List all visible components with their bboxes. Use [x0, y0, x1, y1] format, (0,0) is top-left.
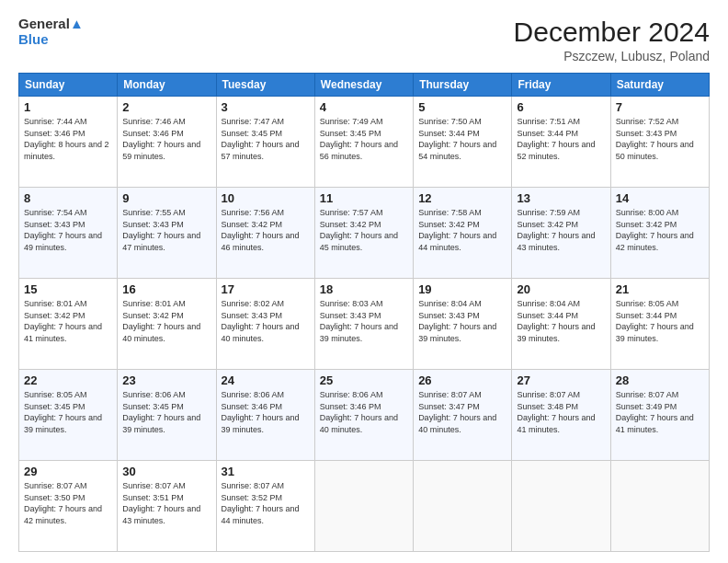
day-info: Sunrise: 7:57 AMSunset: 3:42 PMDaylight:… — [320, 208, 398, 252]
day-number: 10 — [222, 191, 310, 205]
day-info: Sunrise: 7:47 AMSunset: 3:45 PMDaylight:… — [222, 117, 300, 161]
day-info: Sunrise: 7:55 AMSunset: 3:43 PMDaylight:… — [122, 208, 200, 252]
calendar-cell: 31Sunrise: 8:07 AMSunset: 3:52 PMDayligh… — [216, 461, 314, 552]
day-number: 17 — [222, 282, 310, 296]
header: General▲ Blue December 2024 Pszczew, Lub… — [18, 17, 710, 63]
calendar-header: Sunday Monday Tuesday Wednesday Thursday… — [19, 74, 710, 97]
day-info: Sunrise: 8:07 AMSunset: 3:51 PMDaylight:… — [122, 481, 200, 525]
calendar-cell — [610, 461, 709, 552]
header-wednesday: Wednesday — [314, 74, 413, 97]
logo-blue: Blue — [18, 32, 49, 48]
calendar-cell: 13Sunrise: 7:59 AMSunset: 3:42 PMDayligh… — [512, 188, 610, 279]
calendar-cell — [314, 461, 413, 552]
day-info: Sunrise: 8:01 AMSunset: 3:42 PMDaylight:… — [122, 299, 200, 343]
calendar-cell: 12Sunrise: 7:58 AMSunset: 3:42 PMDayligh… — [414, 188, 512, 279]
day-info: Sunrise: 7:50 AMSunset: 3:44 PMDaylight:… — [418, 117, 496, 161]
subtitle: Pszczew, Lubusz, Poland — [514, 49, 710, 63]
day-info: Sunrise: 8:05 AMSunset: 3:44 PMDaylight:… — [616, 299, 694, 343]
day-number: 26 — [418, 373, 506, 387]
header-tuesday: Tuesday — [216, 74, 314, 97]
day-number: 16 — [122, 282, 210, 296]
calendar-week-3: 15Sunrise: 8:01 AMSunset: 3:42 PMDayligh… — [19, 279, 710, 370]
day-info: Sunrise: 7:46 AMSunset: 3:46 PMDaylight:… — [122, 117, 200, 161]
day-number: 30 — [122, 465, 210, 478]
day-info: Sunrise: 8:06 AMSunset: 3:46 PMDaylight:… — [320, 390, 398, 434]
calendar-cell: 7Sunrise: 7:52 AMSunset: 3:43 PMDaylight… — [610, 97, 709, 188]
calendar-cell: 24Sunrise: 8:06 AMSunset: 3:46 PMDayligh… — [216, 370, 314, 461]
calendar-week-2: 8Sunrise: 7:54 AMSunset: 3:43 PMDaylight… — [19, 188, 710, 279]
day-number: 29 — [24, 465, 112, 478]
title-block: December 2024 Pszczew, Lubusz, Poland — [514, 17, 710, 63]
day-info: Sunrise: 8:02 AMSunset: 3:43 PMDaylight:… — [222, 299, 300, 343]
day-number: 24 — [222, 373, 310, 387]
day-info: Sunrise: 7:56 AMSunset: 3:42 PMDaylight:… — [222, 208, 300, 252]
day-number: 19 — [418, 282, 506, 296]
calendar-table: Sunday Monday Tuesday Wednesday Thursday… — [18, 73, 710, 552]
day-number: 22 — [24, 373, 112, 387]
day-number: 5 — [418, 100, 506, 114]
day-info: Sunrise: 7:44 AMSunset: 3:46 PMDaylight:… — [24, 117, 109, 161]
day-number: 1 — [24, 100, 112, 114]
day-number: 31 — [222, 465, 310, 478]
day-info: Sunrise: 8:07 AMSunset: 3:50 PMDaylight:… — [24, 481, 102, 525]
day-number: 20 — [517, 282, 605, 296]
day-number: 11 — [320, 191, 408, 205]
day-number: 2 — [122, 100, 210, 114]
calendar-cell: 22Sunrise: 8:05 AMSunset: 3:45 PMDayligh… — [19, 370, 118, 461]
calendar-cell: 14Sunrise: 8:00 AMSunset: 3:42 PMDayligh… — [610, 188, 709, 279]
day-number: 4 — [320, 100, 408, 114]
day-number: 13 — [517, 191, 605, 205]
header-monday: Monday — [118, 74, 216, 97]
day-info: Sunrise: 8:07 AMSunset: 3:49 PMDaylight:… — [616, 390, 694, 434]
calendar-cell: 21Sunrise: 8:05 AMSunset: 3:44 PMDayligh… — [610, 279, 709, 370]
day-number: 3 — [222, 100, 310, 114]
day-number: 21 — [616, 282, 704, 296]
header-row: Sunday Monday Tuesday Wednesday Thursday… — [19, 74, 710, 97]
calendar-cell: 23Sunrise: 8:06 AMSunset: 3:45 PMDayligh… — [118, 370, 216, 461]
day-info: Sunrise: 8:00 AMSunset: 3:42 PMDaylight:… — [616, 208, 694, 252]
day-info: Sunrise: 7:51 AMSunset: 3:44 PMDaylight:… — [517, 117, 595, 161]
calendar-week-5: 29Sunrise: 8:07 AMSunset: 3:50 PMDayligh… — [19, 461, 710, 552]
calendar-cell: 26Sunrise: 8:07 AMSunset: 3:47 PMDayligh… — [414, 370, 512, 461]
logo: General▲ Blue — [18, 17, 84, 47]
calendar-cell: 27Sunrise: 8:07 AMSunset: 3:48 PMDayligh… — [512, 370, 610, 461]
day-info: Sunrise: 7:52 AMSunset: 3:43 PMDaylight:… — [616, 117, 694, 161]
header-sunday: Sunday — [19, 74, 118, 97]
day-number: 12 — [418, 191, 506, 205]
calendar-cell — [414, 461, 512, 552]
day-info: Sunrise: 7:58 AMSunset: 3:42 PMDaylight:… — [418, 208, 496, 252]
calendar-cell: 15Sunrise: 8:01 AMSunset: 3:42 PMDayligh… — [19, 279, 118, 370]
day-info: Sunrise: 8:06 AMSunset: 3:45 PMDaylight:… — [122, 390, 200, 434]
calendar-cell: 8Sunrise: 7:54 AMSunset: 3:43 PMDaylight… — [19, 188, 118, 279]
day-number: 18 — [320, 282, 408, 296]
day-info: Sunrise: 8:07 AMSunset: 3:52 PMDaylight:… — [222, 481, 300, 525]
calendar-cell: 1Sunrise: 7:44 AMSunset: 3:46 PMDaylight… — [19, 97, 118, 188]
day-number: 7 — [616, 100, 704, 114]
header-friday: Friday — [512, 74, 610, 97]
calendar-cell: 2Sunrise: 7:46 AMSunset: 3:46 PMDaylight… — [118, 97, 216, 188]
calendar-week-1: 1Sunrise: 7:44 AMSunset: 3:46 PMDaylight… — [19, 97, 710, 188]
calendar-cell: 17Sunrise: 8:02 AMSunset: 3:43 PMDayligh… — [216, 279, 314, 370]
logo-text-block: General▲ Blue — [18, 17, 84, 47]
day-info: Sunrise: 8:03 AMSunset: 3:43 PMDaylight:… — [320, 299, 398, 343]
logo-general: General▲ — [18, 17, 84, 32]
calendar-cell: 9Sunrise: 7:55 AMSunset: 3:43 PMDaylight… — [118, 188, 216, 279]
calendar-cell: 18Sunrise: 8:03 AMSunset: 3:43 PMDayligh… — [314, 279, 413, 370]
day-info: Sunrise: 7:59 AMSunset: 3:42 PMDaylight:… — [517, 208, 595, 252]
day-info: Sunrise: 7:49 AMSunset: 3:45 PMDaylight:… — [320, 117, 398, 161]
day-info: Sunrise: 8:01 AMSunset: 3:42 PMDaylight:… — [24, 299, 102, 343]
day-info: Sunrise: 8:06 AMSunset: 3:46 PMDaylight:… — [222, 390, 300, 434]
day-info: Sunrise: 8:07 AMSunset: 3:48 PMDaylight:… — [517, 390, 595, 434]
day-number: 25 — [320, 373, 408, 387]
calendar-week-4: 22Sunrise: 8:05 AMSunset: 3:45 PMDayligh… — [19, 370, 710, 461]
day-info: Sunrise: 8:04 AMSunset: 3:43 PMDaylight:… — [418, 299, 496, 343]
calendar-cell: 30Sunrise: 8:07 AMSunset: 3:51 PMDayligh… — [118, 461, 216, 552]
calendar-cell: 16Sunrise: 8:01 AMSunset: 3:42 PMDayligh… — [118, 279, 216, 370]
day-number: 8 — [24, 191, 112, 205]
day-info: Sunrise: 8:05 AMSunset: 3:45 PMDaylight:… — [24, 390, 102, 434]
calendar-cell: 29Sunrise: 8:07 AMSunset: 3:50 PMDayligh… — [19, 461, 118, 552]
calendar-cell — [512, 461, 610, 552]
day-number: 9 — [122, 191, 210, 205]
page: General▲ Blue December 2024 Pszczew, Lub… — [0, 0, 728, 563]
day-info: Sunrise: 8:07 AMSunset: 3:47 PMDaylight:… — [418, 390, 496, 434]
